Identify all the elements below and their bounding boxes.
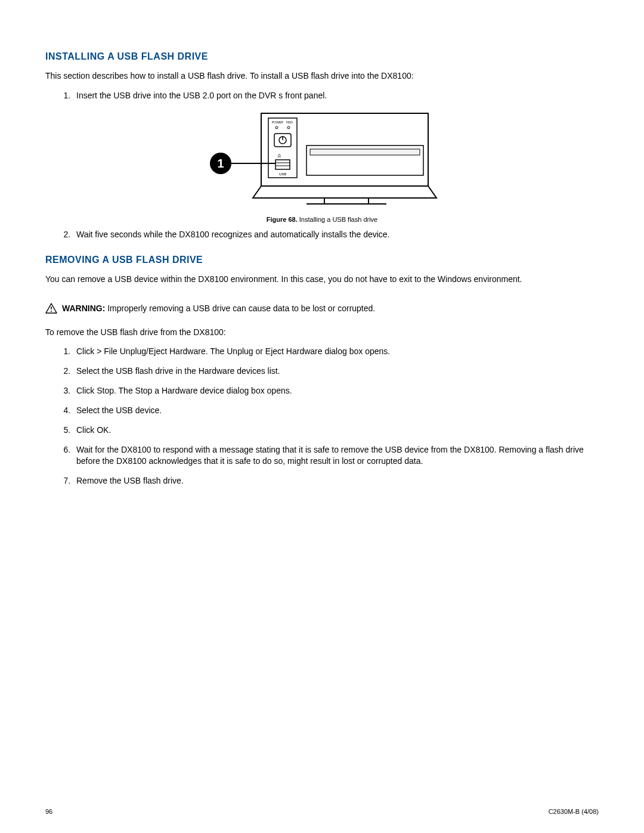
section1-steps: Insert the USB drive into the USB 2.0 po…	[45, 90, 599, 101]
page-footer: 96 C2630M-B (4/08)	[45, 808, 599, 815]
section2-step1: Click > File Unplug/Eject Hardware. The …	[73, 346, 599, 357]
section1-steps-cont: Wait five seconds while the DX8100 recog…	[45, 229, 599, 240]
svg-rect-4	[268, 118, 297, 178]
section2-lead: To remove the USB flash drive from the D…	[45, 327, 599, 338]
warning-label: WARNING:	[62, 304, 105, 313]
section2-steps: Click > File Unplug/Eject Hardware. The …	[45, 346, 599, 486]
section1-step1: Insert the USB drive into the USB 2.0 po…	[73, 90, 599, 101]
figure-caption-label: Figure 68.	[267, 216, 298, 223]
warning-row: WARNING: Improperly removing a USB drive…	[45, 303, 599, 314]
section2-step3: Click Stop. The Stop a Hardware device d…	[73, 385, 599, 397]
section2-intro: You can remove a USB device within the D…	[45, 274, 599, 285]
dvr-diagram: POWER HDD ⎙ USB 1	[206, 110, 438, 209]
svg-text:⎙: ⎙	[278, 153, 281, 159]
section2-step4: Select the USB device.	[73, 405, 599, 416]
usb-label: USB	[279, 172, 286, 176]
section2-heading: REMOVING A USB FLASH DRIVE	[45, 255, 599, 265]
section1-intro: This section describes how to install a …	[45, 70, 599, 82]
warning-text: Improperly removing a USB drive can caus…	[107, 304, 375, 313]
warning-content: WARNING: Improperly removing a USB drive…	[62, 304, 375, 313]
figure-callout-number: 1	[217, 157, 224, 170]
section2-step7: Remove the USB flash drive.	[73, 475, 599, 487]
figure-caption: Figure 68. Installing a USB flash drive	[45, 216, 599, 223]
section1-step2: Wait five seconds while the DX8100 recog…	[73, 229, 599, 240]
figure-caption-text: Installing a USB flash drive	[299, 216, 377, 223]
section2-step2: Select the USB flash drive in the Hardwa…	[73, 366, 599, 377]
svg-rect-16	[310, 149, 420, 155]
warning-icon	[45, 303, 57, 314]
section1-heading: INSTALLING A USB FLASH DRIVE	[45, 51, 599, 62]
hdd-label: HDD	[286, 120, 293, 124]
page-number: 96	[45, 808, 52, 815]
page-content: INSTALLING A USB FLASH DRIVE This sectio…	[0, 0, 644, 487]
section2-step5: Click OK.	[73, 425, 599, 436]
section2-step6: Wait for the DX8100 to respond with a me…	[73, 444, 599, 467]
figure-block: POWER HDD ⎙ USB 1	[45, 110, 599, 211]
doc-id: C2630M-B (4/08)	[549, 808, 599, 815]
svg-point-20	[51, 311, 52, 312]
power-label: POWER	[272, 120, 283, 124]
